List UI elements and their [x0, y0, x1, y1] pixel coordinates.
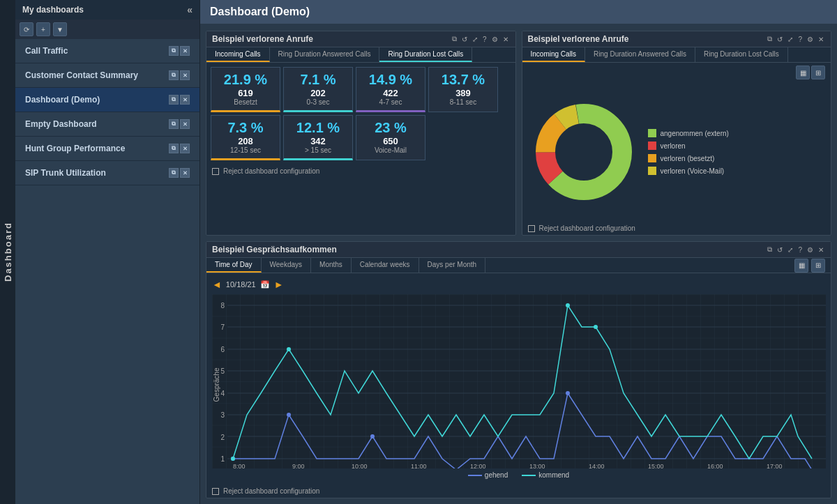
- stat-box: 23 % 650 Voice-Mail: [356, 115, 425, 160]
- widget3-tab-calweeks[interactable]: Calendar weeks: [352, 258, 419, 273]
- widget2-tab-answered[interactable]: Ring Duration Answered Calls: [585, 47, 695, 62]
- sidebar-item-hunt-group[interactable]: Hunt Group Performance ⧉ ✕: [15, 137, 199, 161]
- nav-item-icon-copy[interactable]: ⧉: [169, 70, 179, 80]
- widget3-copy-icon[interactable]: ⧉: [766, 245, 774, 254]
- sidebar-item-dashboard-demo[interactable]: Dashboard (Demo) ⧉ ✕: [15, 88, 199, 112]
- widget1-stats-grid: 21.9 % 619 Besetzt7.1 % 202 0-3 sec14.9 …: [206, 63, 515, 165]
- nav-items-list: Call Traffic ⧉ ✕ Customer Contact Summar…: [15, 39, 199, 504]
- legend-color-box: [648, 129, 656, 137]
- collapse-button[interactable]: «: [187, 4, 193, 15]
- widget2-tab-incoming[interactable]: Incoming Calls: [522, 47, 586, 62]
- widget1-refresh-icon[interactable]: ↺: [460, 36, 469, 43]
- nav-item-icon-close[interactable]: ✕: [180, 168, 190, 178]
- widget3-tab-weekdays[interactable]: Weekdays: [262, 258, 312, 273]
- widget2-settings-icon[interactable]: ⚙: [806, 36, 815, 43]
- widget1-reject-checkbox[interactable]: [212, 168, 219, 175]
- legend-kommend: kommend: [522, 471, 569, 479]
- nav-item-label: Empty Dashboard: [25, 119, 97, 129]
- svg-point-39: [566, 303, 570, 307]
- main-header: Dashboard (Demo): [200, 0, 837, 25]
- nav-item-icon-copy[interactable]: ⧉: [169, 144, 179, 153]
- widget3-footer-text: Reject dashboard configuration: [223, 487, 319, 495]
- widget1-tab-answered[interactable]: Ring Duration Answered Calls: [270, 47, 380, 62]
- widget3-reject-checkbox[interactable]: [212, 488, 219, 495]
- widget1-close-icon[interactable]: ✕: [502, 36, 510, 43]
- widget3-settings-icon[interactable]: ⚙: [806, 246, 815, 254]
- legend-item: verloren (Voice-Mail): [648, 167, 729, 175]
- widget1-help-icon[interactable]: ?: [481, 36, 488, 43]
- svg-point-38: [287, 347, 291, 351]
- widget3-bar-icon[interactable]: ▦: [794, 259, 808, 273]
- chart-next-button[interactable]: ►: [274, 279, 284, 290]
- stat-number: 389: [455, 88, 471, 98]
- svg-text:8: 8: [220, 302, 225, 310]
- widget-lost-calls-stats: Beispiel verlorene Anrufe ⧉ ↺ ⤢ ? ⚙ ✕ In…: [206, 31, 516, 236]
- legend-item: angenommen (extern): [648, 129, 729, 137]
- svg-point-34: [287, 413, 291, 417]
- stat-label: 0-3 sec: [307, 98, 330, 106]
- widget2-table-icon[interactable]: ⊞: [811, 66, 825, 79]
- donut-legend: angenommen (extern) verloren verloren (b…: [648, 129, 729, 175]
- sidebar-item-empty-dashboard[interactable]: Empty Dashboard ⧉ ✕: [15, 112, 199, 137]
- svg-text:13:00: 13:00: [529, 463, 545, 468]
- toolbar-btn-2[interactable]: +: [36, 22, 50, 36]
- sidebar-item-call-traffic[interactable]: Call Traffic ⧉ ✕: [15, 39, 199, 63]
- widget1-resize-icon[interactable]: ⤢: [471, 36, 479, 43]
- svg-text:6: 6: [220, 346, 225, 353]
- sidebar-item-customer-contact[interactable]: Customer Contact Summary ⧉ ✕: [15, 63, 199, 88]
- widget2-tab-lost[interactable]: Ring Duration Lost Calls: [695, 47, 788, 62]
- chart-prev-button[interactable]: ◄: [212, 279, 222, 290]
- stat-box: 7.1 % 202 0-3 sec: [283, 67, 353, 112]
- nav-item-icon-copy[interactable]: ⧉: [169, 95, 179, 105]
- stat-label: > 15 sec: [305, 146, 331, 154]
- widget3-tab-months[interactable]: Months: [311, 258, 352, 273]
- legend-kommend-label: kommend: [538, 471, 569, 479]
- svg-point-37: [231, 457, 235, 461]
- widget3-help-icon[interactable]: ?: [797, 246, 804, 254]
- toolbar-btn-3[interactable]: ▼: [53, 22, 67, 36]
- widget2-donut-area: angenommen (extern) verloren verloren (b…: [522, 82, 831, 222]
- svg-text:11:00: 11:00: [411, 463, 427, 468]
- widget2-copy-icon[interactable]: ⧉: [766, 35, 774, 43]
- nav-item-icon-close[interactable]: ✕: [180, 46, 190, 56]
- nav-item-icon-close[interactable]: ✕: [180, 95, 190, 105]
- widget2-refresh-icon[interactable]: ↺: [776, 36, 784, 43]
- stat-label: 8-11 sec: [450, 98, 476, 106]
- nav-item-icon-close[interactable]: ✕: [180, 70, 190, 80]
- chart-cal-icon[interactable]: 📅: [260, 280, 270, 289]
- widget2-footer-text: Reject dashboard configuration: [539, 224, 635, 232]
- nav-item-icon-close[interactable]: ✕: [180, 144, 190, 153]
- widget3-tab-dayspermonth[interactable]: Days per Month: [419, 258, 486, 273]
- nav-item-icon-copy[interactable]: ⧉: [169, 119, 179, 129]
- widget3-close-icon[interactable]: ✕: [817, 246, 825, 254]
- widget1-settings-icon[interactable]: ⚙: [490, 36, 499, 43]
- widget3-refresh-icon[interactable]: ↺: [776, 246, 784, 254]
- widget3-tabs: Time of Day Weekdays Months Calendar wee…: [206, 258, 831, 273]
- widget1-tab-incoming[interactable]: Incoming Calls: [206, 47, 270, 62]
- widget2-resize-icon[interactable]: ⤢: [786, 36, 794, 43]
- legend-text: angenommen (extern): [661, 130, 729, 137]
- widget3-resize-icon[interactable]: ⤢: [786, 246, 794, 254]
- main-content: Dashboard (Demo) Beispiel verlorene Anru…: [200, 0, 837, 504]
- widget1-copy-icon[interactable]: ⧉: [451, 35, 458, 43]
- toolbar-btn-1[interactable]: ⟳: [20, 22, 33, 36]
- sidebar-item-sip-trunk[interactable]: SIP Trunk Utilization ⧉ ✕: [15, 161, 199, 185]
- widget3-table-icon[interactable]: ⊞: [811, 259, 825, 273]
- svg-text:2: 2: [220, 434, 225, 441]
- svg-point-40: [594, 325, 598, 329]
- widget2-close-icon[interactable]: ✕: [817, 36, 825, 43]
- widget3-chart-area: ◄ 10/18/21 📅 ► 8: [206, 273, 831, 484]
- stat-box: 7.3 % 208 12-15 sec: [211, 115, 280, 160]
- widget3-tab-timeofday[interactable]: Time of Day: [206, 258, 262, 273]
- widget2-bar-icon[interactable]: ▦: [796, 66, 810, 79]
- widget1-header: Beispiel verlorene Anrufe ⧉ ↺ ⤢ ? ⚙ ✕: [206, 31, 515, 47]
- widget1-tab-lost[interactable]: Ring Duration Lost Calls: [379, 47, 472, 62]
- nav-item-icon-copy[interactable]: ⧉: [169, 46, 179, 56]
- nav-item-icon-copy[interactable]: ⧉: [169, 168, 179, 178]
- widget2-help-icon[interactable]: ?: [797, 36, 804, 43]
- nav-item-icon-close[interactable]: ✕: [180, 119, 190, 129]
- chart-nav: ◄ 10/18/21 📅 ►: [212, 279, 825, 290]
- widget2-reject-checkbox[interactable]: [528, 225, 535, 232]
- legend-text: verloren: [661, 142, 686, 150]
- svg-text:3: 3: [220, 411, 225, 419]
